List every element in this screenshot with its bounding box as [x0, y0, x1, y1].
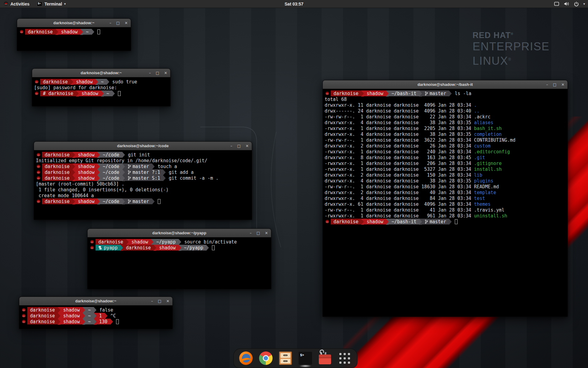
- window-titlebar[interactable]: darknoise@shadow:~–□✕: [17, 19, 131, 27]
- window-controls: –□✕: [231, 142, 249, 150]
- window-titlebar[interactable]: darknoise@shadow:~–□✕: [19, 297, 172, 305]
- prompt-segment-red2: shadow: [156, 245, 178, 251]
- maximize-button[interactable]: □: [237, 144, 241, 148]
- close-button[interactable]: ✕: [164, 71, 167, 75]
- activities-label: Activities: [10, 2, 29, 6]
- powerline-separator-icon: [122, 198, 125, 205]
- prompt-line: darknoiseshadow~/bash-itmaster: [325, 219, 566, 224]
- powerline-separator-icon: [122, 175, 125, 181]
- output-text: Initialized empty Git repository in /hom…: [36, 158, 207, 163]
- powerline-separator-icon: [94, 307, 96, 313]
- branch-icon: [425, 91, 428, 96]
- dock-toolbox-icon[interactable]: [318, 351, 332, 366]
- prompt-segment-path: ~/code: [100, 152, 122, 158]
- command-text: false: [96, 307, 113, 313]
- prompt-line: darknoiseshadow~sudo true: [34, 79, 168, 85]
- powerline-separator-icon: [107, 79, 109, 85]
- dock-firefox-icon[interactable]: [239, 351, 253, 366]
- terminal-content[interactable]: darknoiseshadow~falsedarknoiseshadow~1^C…: [19, 305, 172, 326]
- terminal-content[interactable]: darknoiseshadow~sudo true[sudo] password…: [32, 77, 170, 98]
- prompt-segment-path: ~: [104, 90, 112, 96]
- window-title: darknoise@shadow:~: [75, 299, 116, 303]
- ls-row: drwxrwxr-x. 2 darknoise darknoise 26 Jan…: [325, 143, 566, 149]
- close-button[interactable]: ✕: [166, 299, 169, 303]
- ls-row: drwxrwxr-x. 8 darknoise darknoise 163 Ja…: [325, 155, 566, 160]
- ls-filename: completion: [474, 132, 502, 137]
- close-button[interactable]: ✕: [246, 144, 249, 148]
- branch-icon: [128, 199, 131, 204]
- close-button[interactable]: ✕: [265, 231, 268, 235]
- window-controls: –□✕: [110, 19, 128, 27]
- prompt-segment-red2: shadow: [75, 198, 97, 204]
- command-text: ^C: [107, 313, 116, 319]
- prompt-segment-red1: darknoise: [42, 152, 72, 158]
- prompt-segment-red1: darknoise: [331, 90, 361, 96]
- terminal-app-icon: $>: [37, 2, 42, 6]
- system-status-area[interactable]: ▾: [554, 2, 585, 6]
- ls-attributes: drwxrwxr-x. 4 darknoise darknoise 38 Jan…: [325, 132, 474, 137]
- power-icon[interactable]: [574, 2, 579, 6]
- ls-attributes: drwxrwxr-x. 4 darknoise darknoise 38 Jan…: [325, 178, 474, 184]
- window-titlebar[interactable]: darknoise@shadow:~/code–□✕: [34, 142, 252, 150]
- dock-chrome-icon[interactable]: [258, 351, 273, 366]
- maximize-button[interactable]: □: [116, 21, 120, 25]
- minimize-button[interactable]: –: [149, 71, 151, 75]
- powerline-separator-icon: [58, 319, 60, 325]
- prompt-segment-red1: darknoise: [27, 313, 58, 319]
- ls-filename: custom: [474, 143, 491, 149]
- window-controls: –□✕: [149, 69, 167, 77]
- focused-app-menu[interactable]: $> Terminal ▾: [33, 0, 69, 8]
- dock: $>: [233, 348, 357, 368]
- minimize-button[interactable]: –: [546, 83, 548, 86]
- redhat-prompt-icon: [90, 246, 94, 250]
- window-titlebar[interactable]: darknoise@shadow:~/pyapp–□✕: [88, 229, 271, 237]
- dock-files-icon[interactable]: [278, 351, 293, 366]
- terminal-content[interactable]: darknoiseshadow~/codegit initInitialized…: [34, 150, 252, 206]
- powerline-separator-icon: [70, 79, 73, 85]
- ls-filename: uninstall.sh: [474, 213, 507, 219]
- terminal-content[interactable]: darknoiseshadow~/pyappsource bin/activat…: [88, 237, 271, 252]
- output-line: create mode 100644 a: [36, 193, 250, 198]
- ls-row: -rw-rw-r--. 1 darknoise darknoise 41 Jan…: [325, 207, 566, 213]
- powerline-separator-icon: [72, 198, 75, 205]
- close-button[interactable]: ✕: [125, 21, 128, 25]
- screen-icon[interactable]: [554, 2, 559, 6]
- powerline-separator-icon: [361, 90, 364, 97]
- volume-icon[interactable]: [564, 2, 569, 6]
- minimize-button[interactable]: –: [110, 21, 111, 25]
- maximize-button[interactable]: □: [257, 231, 260, 235]
- terminal-content[interactable]: darknoiseshadow~/bash-itmasterls -latota…: [323, 89, 567, 226]
- dock-app-grid-icon[interactable]: [337, 351, 352, 366]
- powerline-separator-icon: [101, 90, 104, 97]
- chevron-down-icon[interactable]: ▾: [583, 2, 585, 6]
- minimize-button[interactable]: –: [151, 299, 153, 303]
- prompt-segment-red1: darknoise: [40, 79, 70, 85]
- powerline-separator-icon: [110, 319, 113, 325]
- redhat-prompt-icon: [36, 164, 41, 168]
- ls-row: -rwxrwxr-x. 1 darknoise darknoise 206 Ja…: [325, 160, 566, 166]
- powerline-separator-icon: [386, 90, 389, 97]
- redhat-logo-icon: [4, 1, 8, 7]
- ls-row: drwxrwxr-x. 4 darknoise darknoise 84 Jan…: [325, 195, 566, 201]
- minimize-button[interactable]: –: [231, 144, 232, 148]
- output-text: [sudo] password for darknoise:: [34, 85, 117, 90]
- dock-terminal-icon[interactable]: $>: [298, 351, 313, 366]
- maximize-button[interactable]: □: [158, 299, 161, 303]
- prompt-segment-red2: shadow: [75, 152, 97, 158]
- redhat-prompt-icon: [90, 240, 94, 244]
- activities-button[interactable]: Activities: [0, 0, 33, 8]
- powerline-separator-icon: [126, 239, 129, 245]
- terminal-content[interactable]: darknoiseshadow~: [17, 27, 131, 36]
- output-line: Initialized empty Git repository in /hom…: [36, 158, 250, 163]
- powerline-separator-icon: [105, 313, 107, 319]
- maximize-button[interactable]: □: [156, 71, 159, 75]
- clock[interactable]: Sat 03:57: [285, 2, 303, 6]
- window-titlebar[interactable]: darknoise@shadow:~/bash-it–□✕: [323, 80, 567, 89]
- rhel-wordmark-enterprise: ENTERPRISE: [473, 40, 549, 53]
- ls-filename: .git: [474, 155, 485, 160]
- close-button[interactable]: ✕: [561, 83, 564, 86]
- maximize-button[interactable]: □: [553, 83, 556, 86]
- minimize-button[interactable]: –: [250, 231, 252, 235]
- window-titlebar[interactable]: darknoise@shadow:~–□✕: [32, 69, 170, 77]
- ls-filename: README.md: [474, 184, 499, 190]
